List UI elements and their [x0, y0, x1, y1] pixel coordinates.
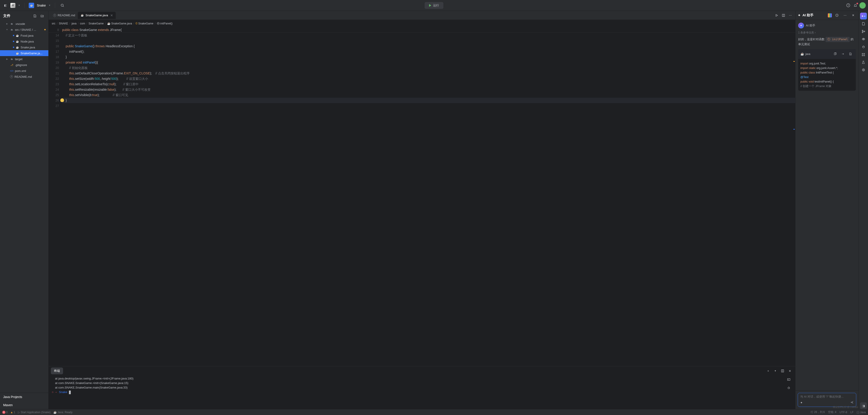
- project-name[interactable]: Snake: [37, 4, 46, 7]
- close-terminal-icon[interactable]: ✕: [786, 368, 793, 374]
- ide-logo-icon: ///: [10, 3, 16, 8]
- flask-rail-icon[interactable]: [860, 59, 867, 66]
- notifications-icon[interactable]: [852, 2, 859, 8]
- chevron-down-icon[interactable]: ▼: [18, 4, 20, 6]
- eol-status[interactable]: LF: [850, 411, 854, 414]
- breadcrumb-item[interactable]: com: [80, 22, 85, 25]
- tree-item[interactable]: ▶🖿.vscode: [0, 21, 49, 27]
- split-terminal-icon[interactable]: [779, 368, 786, 374]
- sidebar-title: 文件: [3, 13, 10, 18]
- layout-rail-icon[interactable]: ◨: [860, 402, 867, 409]
- svg-point-17: [864, 31, 865, 32]
- lightbulb-icon[interactable]: [60, 98, 64, 102]
- theme-icon[interactable]: [828, 13, 832, 18]
- svg-rect-8: [787, 378, 790, 380]
- sidebar-java-projects[interactable]: Java Projects: [0, 393, 49, 401]
- apps-rail-icon[interactable]: [860, 51, 867, 58]
- settings-rail-icon[interactable]: [860, 66, 867, 73]
- svg-rect-28: [864, 55, 865, 56]
- tree-item[interactable]: ▶🖿target: [0, 56, 49, 62]
- svg-point-18: [863, 39, 864, 39]
- tree-item[interactable]: ⎇.gitignore: [0, 62, 49, 68]
- ai-panel-title: AI 助手: [802, 13, 826, 18]
- send-icon[interactable]: [850, 401, 854, 405]
- debug-icon[interactable]: [785, 384, 792, 391]
- preview-rail-icon[interactable]: [860, 36, 867, 42]
- new-file-icon[interactable]: [32, 13, 38, 19]
- user-avatar[interactable]: [860, 2, 866, 8]
- function-chip[interactable]: ⓕ initPanel: [826, 37, 850, 42]
- java-project-icon: ☕: [29, 3, 34, 8]
- run-file-icon[interactable]: [774, 12, 780, 19]
- java-status[interactable]: ☕ Java: Ready: [53, 411, 72, 414]
- errors-indicator[interactable]: ✕0: [2, 411, 8, 414]
- warnings-indicator[interactable]: ▲1: [10, 411, 16, 414]
- terminal-screen-icon[interactable]: [785, 376, 792, 383]
- tree-item[interactable]: ?README.md: [0, 74, 49, 80]
- ai-chat-input[interactable]: 与 AI 对话，或使用 "/" 唤起快捷... ✦: [798, 393, 856, 407]
- svg-rect-25: [862, 53, 863, 54]
- close-tab-icon[interactable]: ✕: [110, 13, 113, 17]
- close-icon[interactable]: ✕: [850, 12, 856, 19]
- svg-point-16: [862, 32, 863, 33]
- more-icon[interactable]: ⋯: [787, 12, 794, 19]
- svg-line-1: [63, 6, 64, 7]
- run-button[interactable]: 运行: [425, 2, 443, 9]
- file-rail-icon[interactable]: [860, 20, 867, 27]
- code-editor[interactable]: 81415161718192021222324252627 public cla…: [49, 27, 795, 366]
- bug-rail-icon[interactable]: [860, 43, 867, 50]
- new-folder-icon[interactable]: [39, 13, 45, 19]
- ai-reply-text: 好的，这是针对函数 ⓕ initPanel 的单元测试: [798, 37, 856, 47]
- add-terminal-icon[interactable]: ＋: [765, 368, 771, 374]
- tree-item[interactable]: ☕SnakeGame.ja...: [0, 50, 49, 56]
- terminal-tab[interactable]: 终端: [51, 367, 63, 374]
- start-app-button[interactable]: ▷ Start Application (Snake): [18, 411, 51, 414]
- ai-code-block: ☕ java import org.junit.Test;import stat…: [798, 49, 856, 91]
- search-icon[interactable]: [59, 2, 66, 8]
- insert-code-icon[interactable]: [839, 51, 846, 57]
- tree-item[interactable]: </>pom.xml: [0, 68, 49, 74]
- ai-references-link[interactable]: 1 条参考信息 ›: [798, 31, 856, 35]
- chevron-down-icon[interactable]: ▼: [49, 4, 51, 6]
- right-tool-rail: ✦AI ◨: [859, 11, 868, 409]
- language-status[interactable]: { } Java: [857, 411, 866, 414]
- more-icon[interactable]: ⋯: [842, 12, 848, 19]
- breadcrumb-item[interactable]: src: [52, 22, 55, 25]
- chevron-down-icon[interactable]: ▼: [772, 368, 778, 374]
- terminal-output[interactable]: at java.desktop/javax.swing.JFrame.<init…: [52, 376, 785, 408]
- new-file-from-code-icon[interactable]: [847, 51, 854, 57]
- minimap[interactable]: [793, 27, 795, 366]
- breadcrumb-item[interactable]: ⓜ initPanel(): [157, 22, 173, 26]
- breadcrumb-item[interactable]: © SnakeGame: [135, 22, 153, 25]
- tree-item[interactable]: ☕Snake.java: [0, 44, 49, 50]
- breadcrumb-item[interactable]: ☕ SnakeGame.java: [107, 22, 132, 25]
- copy-code-icon[interactable]: [832, 51, 838, 57]
- svg-line-24: [864, 46, 864, 47]
- editor-tab[interactable]: ?README.md: [51, 12, 78, 19]
- cursor-position[interactable]: 行 26，列 6: [811, 410, 825, 414]
- breadcrumb-item[interactable]: java: [71, 22, 76, 25]
- split-editor-icon[interactable]: [780, 12, 786, 19]
- svg-point-9: [788, 387, 789, 389]
- encoding-status[interactable]: UTF-8: [839, 411, 847, 414]
- java-icon: ☕: [800, 52, 804, 56]
- tree-item[interactable]: ▼🖿src / SNAKE / ...: [0, 27, 49, 33]
- indentation-status[interactable]: 空格: 4: [828, 410, 836, 414]
- sparkle-icon: ✦: [798, 13, 801, 18]
- status-bar: ✕0 ▲1 ▷ Start Application (Snake) ☕ Java…: [0, 409, 868, 415]
- sparkle-icon[interactable]: ✦: [800, 401, 803, 404]
- history-icon[interactable]: [834, 12, 840, 19]
- file-explorer-sidebar: 文件 ▶🖿.vscode▼🖿src / SNAKE / ...☕Food.jav…: [0, 11, 49, 409]
- ai-rail-icon[interactable]: ✦AI: [860, 13, 867, 20]
- help-icon[interactable]: ?: [845, 2, 851, 8]
- sidebar-toggle-icon[interactable]: ◧: [2, 2, 8, 8]
- sidebar-maven[interactable]: Maven: [0, 401, 49, 409]
- breadcrumb-item[interactable]: SnakeGame: [89, 22, 104, 25]
- editor-tab[interactable]: ☕SnakeGame.java✕: [78, 12, 116, 19]
- tree-item[interactable]: ☕Node.java: [0, 38, 49, 44]
- breadcrumb-item[interactable]: SNAKE: [59, 22, 68, 25]
- git-rail-icon[interactable]: [860, 28, 867, 35]
- ai-avatar-icon: ✦: [798, 23, 804, 29]
- tree-item[interactable]: ☕Food.java: [0, 33, 49, 38]
- ai-username: AI 助手: [806, 24, 815, 28]
